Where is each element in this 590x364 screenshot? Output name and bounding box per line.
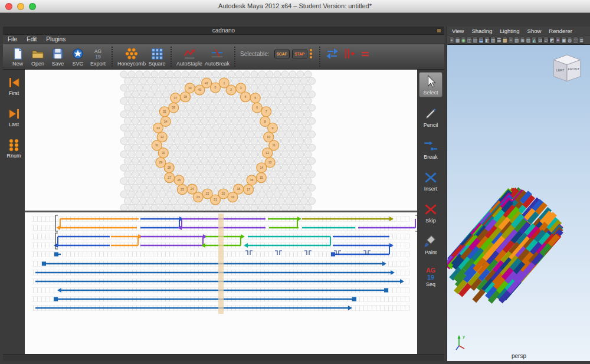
path-view-canvas[interactable] bbox=[25, 211, 417, 354]
use-all-lights-icon[interactable]: ✦ bbox=[555, 37, 560, 44]
window-titlebar[interactable]: Autodesk Maya 2012 x64 – Student Version… bbox=[0, 0, 590, 13]
camera-attributes-icon[interactable]: ◉ bbox=[461, 37, 466, 44]
svg-text:31: 31 bbox=[155, 143, 159, 147]
square-lattice-icon bbox=[150, 47, 163, 60]
2d-pan-zoom-icon[interactable]: ⬓ bbox=[478, 37, 484, 44]
svg-text:37: 37 bbox=[173, 96, 177, 100]
stap-filter-toggle[interactable]: STAP bbox=[292, 50, 307, 58]
isolate-select-icon[interactable]: ≣ bbox=[579, 37, 584, 44]
save-button[interactable]: Save bbox=[48, 47, 68, 67]
toolbar-separator bbox=[171, 47, 172, 67]
paint-tool-button[interactable]: Paint bbox=[419, 232, 442, 257]
open-button[interactable]: Open bbox=[28, 47, 48, 67]
gate-mask-icon[interactable]: ▧ bbox=[514, 37, 519, 44]
menu-plugins[interactable]: Plugins bbox=[46, 36, 65, 42]
autobreak-icon bbox=[211, 47, 224, 60]
svg-text:32: 32 bbox=[160, 135, 164, 139]
view-cube-front-label: FRONT bbox=[568, 67, 580, 71]
grid-icon[interactable]: ☰ bbox=[496, 37, 502, 44]
skip-filter-icon[interactable] bbox=[359, 48, 371, 60]
motion-blur-icon[interactable]: ⬚ bbox=[573, 37, 578, 44]
scaf-filter-toggle[interactable]: SCAF bbox=[274, 50, 290, 58]
svg-text:12: 12 bbox=[266, 151, 269, 155]
svg-icon bbox=[71, 47, 84, 60]
safe-action-icon[interactable]: ▨ bbox=[526, 37, 531, 44]
export-sequence-icon: AG 19 bbox=[91, 47, 104, 60]
svg-text:36: 36 bbox=[172, 106, 175, 109]
panel-icon-bar: ⌖▦◉◫▤⬓◧▥☰▩◔▧⊞▨◭⊡▱◩✦▣◍⬚≣ bbox=[447, 35, 590, 45]
menu-file[interactable]: File bbox=[8, 36, 17, 42]
panel-menu-renderer[interactable]: Renderer bbox=[549, 28, 572, 34]
honeycomb-button[interactable]: Honeycomb bbox=[116, 47, 147, 67]
grease-pencil-icon[interactable]: ◧ bbox=[484, 37, 490, 44]
pencil-tool-button[interactable]: Pencil bbox=[419, 105, 442, 129]
paint-tool-label: Paint bbox=[425, 250, 437, 255]
view-cube[interactable]: LEFT FRONT bbox=[547, 52, 587, 86]
svg-text:38: 38 bbox=[183, 95, 187, 99]
resolution-gate-icon[interactable]: ◔ bbox=[508, 37, 513, 44]
svg-text:5: 5 bbox=[254, 96, 256, 100]
crossover-filter-icon[interactable] bbox=[326, 48, 338, 60]
honeycomb-button-label: Honeycomb bbox=[117, 61, 146, 67]
honeycomb-lattice-icon bbox=[125, 47, 138, 60]
svg-text:17: 17 bbox=[247, 188, 250, 191]
svg-text:34: 34 bbox=[164, 120, 168, 123]
textured-icon[interactable]: ◩ bbox=[549, 37, 555, 44]
svg-text:24: 24 bbox=[191, 187, 194, 191]
film-gate-icon[interactable]: ▩ bbox=[502, 37, 507, 44]
perspective-viewport[interactable]: LEFT FRONT y persp bbox=[447, 45, 590, 361]
select-camera-icon[interactable]: ⌖ bbox=[449, 37, 454, 44]
insertion-filter-icon[interactable] bbox=[343, 48, 355, 60]
selectable-label: Selectable: bbox=[240, 51, 269, 57]
svg-text:8: 8 bbox=[264, 120, 266, 123]
svg-text:35: 35 bbox=[163, 110, 166, 113]
path-view-drawing bbox=[25, 212, 417, 354]
shaded-icon[interactable]: ▱ bbox=[543, 37, 549, 44]
dna-nanotube-model[interactable] bbox=[447, 45, 590, 361]
first-arrow-icon bbox=[7, 76, 21, 90]
wireframe-icon[interactable]: ⊡ bbox=[537, 37, 543, 44]
first-button[interactable]: First bbox=[2, 74, 26, 97]
new-button[interactable]: New bbox=[8, 47, 28, 67]
select-tool-button[interactable]: Select bbox=[419, 72, 442, 97]
break-tool-button[interactable]: Break bbox=[419, 137, 442, 161]
rnum-button[interactable]: Rnum bbox=[2, 137, 26, 160]
panel-menu-view[interactable]: View bbox=[452, 28, 464, 34]
export-button-label: Export bbox=[90, 61, 106, 67]
ambient-occlusion-icon[interactable]: ◍ bbox=[567, 37, 572, 44]
svg-button-label: SVG bbox=[72, 61, 83, 67]
svg-text:23: 23 bbox=[196, 195, 200, 199]
shadows-icon[interactable]: ▣ bbox=[561, 37, 566, 44]
panel-menu-show[interactable]: Show bbox=[527, 28, 542, 34]
svg-text:13: 13 bbox=[268, 160, 272, 164]
svg-text:18: 18 bbox=[237, 187, 240, 191]
cadnano-panel-titlebar[interactable]: cadnano bbox=[3, 27, 444, 35]
safe-title-icon[interactable]: ◭ bbox=[532, 37, 537, 44]
field-chart-icon[interactable]: ⊞ bbox=[520, 37, 525, 44]
rnum-button-label: Rnum bbox=[6, 153, 21, 159]
export-button[interactable]: AG 19 Export bbox=[88, 47, 108, 67]
svg-text:AG: AG bbox=[94, 49, 101, 54]
endpoint-filter-icon[interactable] bbox=[310, 49, 312, 58]
axis-indicator: y bbox=[453, 332, 473, 352]
svg-export-button[interactable]: SVG bbox=[68, 47, 88, 67]
autostaple-button[interactable]: AutoStaple bbox=[175, 47, 204, 67]
paint-brush-icon bbox=[423, 234, 438, 249]
seq-tool-button[interactable]: AG 19 Seq bbox=[419, 264, 442, 288]
skip-tool-button[interactable]: Skip bbox=[419, 201, 442, 225]
slice-view-canvas[interactable]: 0123456789101112131415161718192021222324… bbox=[25, 70, 417, 211]
image-plane-icon[interactable]: ▤ bbox=[473, 37, 478, 44]
autobreak-button[interactable]: AutoBreak bbox=[204, 47, 231, 67]
lock-camera-icon[interactable]: ▦ bbox=[455, 37, 460, 44]
insert-tool-button[interactable]: Insert bbox=[419, 169, 442, 193]
square-button[interactable]: Square bbox=[147, 47, 167, 67]
bookmark-icon[interactable]: ◫ bbox=[467, 37, 472, 44]
panel-menu-shading[interactable]: Shading bbox=[471, 28, 492, 34]
save-button-label: Save bbox=[52, 61, 64, 67]
last-button[interactable]: Last bbox=[2, 106, 26, 129]
float-panel-icon[interactable] bbox=[437, 28, 441, 33]
break-strand-icon bbox=[423, 138, 438, 153]
panel-menu-lighting[interactable]: Lighting bbox=[500, 28, 519, 34]
snap-icon[interactable]: ▥ bbox=[490, 37, 496, 44]
menu-edit[interactable]: Edit bbox=[27, 36, 37, 42]
